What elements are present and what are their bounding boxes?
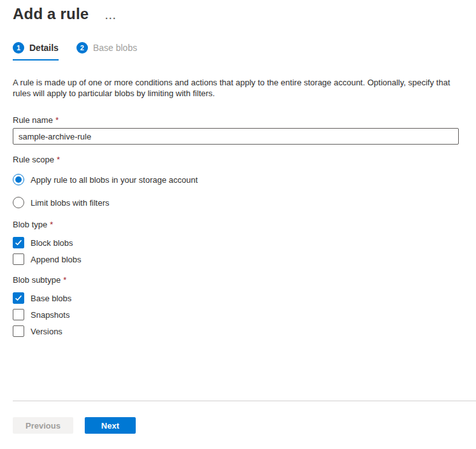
checkbox-unchecked-icon[interactable] (13, 253, 24, 265)
checkbox-append-blobs-label: Append blobs (31, 255, 82, 264)
tab-base-blobs[interactable]: 2 Base blobs (76, 42, 137, 61)
checkbox-append-blobs[interactable]: Append blobs (13, 253, 82, 265)
checkbox-snapshots-label: Snapshots (31, 310, 69, 320)
checkbox-unchecked-icon[interactable] (13, 325, 24, 337)
rule-name-label: Rule name* (13, 115, 459, 125)
checkbox-block-blobs[interactable]: Block blobs (13, 237, 73, 248)
checkbox-snapshots[interactable]: Snapshots (13, 309, 69, 320)
add-rule-panel: Add a rule ... 1 Details 2 Base blobs A … (0, 0, 476, 449)
blob-subtype-label: Blob subtype* (13, 275, 459, 285)
blob-type-checkbox-group: Block blobs Append blobs (13, 237, 459, 265)
required-asterisk: * (57, 155, 60, 164)
rule-description-text: A rule is made up of one or more conditi… (13, 77, 459, 99)
blob-subtype-label-text: Blob subtype (13, 275, 61, 285)
radio-apply-all-blobs-label: Apply rule to all blobs in your storage … (31, 175, 198, 185)
checkbox-checked-icon[interactable] (13, 292, 24, 304)
tab-details-label: Details (29, 43, 59, 53)
required-asterisk: * (50, 220, 53, 229)
blob-subtype-checkbox-group: Base blobs Snapshots Versions (13, 292, 459, 337)
footer-divider (13, 401, 476, 401)
step-1-badge: 1 (13, 42, 24, 53)
step-2-badge: 2 (76, 42, 88, 53)
radio-selected-icon[interactable] (13, 174, 24, 185)
previous-button[interactable]: Previous (13, 417, 73, 434)
checkbox-unchecked-icon[interactable] (13, 309, 24, 320)
panel-header: Add a rule ... (13, 5, 459, 23)
tab-details[interactable]: 1 Details (13, 42, 59, 61)
rule-scope-label-text: Rule scope (13, 155, 54, 164)
radio-limit-blobs-filters-label: Limit blobs with filters (31, 198, 110, 208)
wizard-tabs: 1 Details 2 Base blobs (13, 42, 459, 61)
blob-type-label-text: Blob type (13, 220, 47, 229)
footer-actions: Previous Next (13, 417, 136, 434)
more-options-icon[interactable]: ... (105, 13, 117, 19)
checkbox-versions-label: Versions (31, 327, 62, 336)
next-button[interactable]: Next (85, 417, 136, 434)
checkbox-base-blobs[interactable]: Base blobs (13, 292, 71, 304)
rule-name-input[interactable] (13, 128, 459, 145)
checkbox-block-blobs-label: Block blobs (31, 238, 73, 248)
blob-type-label: Blob type* (13, 220, 459, 229)
checkbox-versions[interactable]: Versions (13, 325, 62, 337)
radio-apply-all-blobs[interactable]: Apply rule to all blobs in your storage … (13, 174, 198, 185)
radio-limit-blobs-filters[interactable]: Limit blobs with filters (13, 197, 110, 208)
radio-unselected-icon[interactable] (13, 197, 24, 208)
required-asterisk: * (63, 275, 66, 285)
required-asterisk: * (55, 115, 59, 125)
checkbox-base-blobs-label: Base blobs (31, 294, 71, 303)
rule-scope-label: Rule scope* (13, 155, 459, 164)
checkbox-checked-icon[interactable] (13, 237, 24, 248)
rule-name-label-text: Rule name (13, 115, 53, 125)
rule-scope-radio-group: Apply rule to all blobs in your storage … (13, 174, 459, 208)
page-title: Add a rule (13, 5, 89, 23)
tab-base-blobs-label: Base blobs (93, 43, 137, 53)
